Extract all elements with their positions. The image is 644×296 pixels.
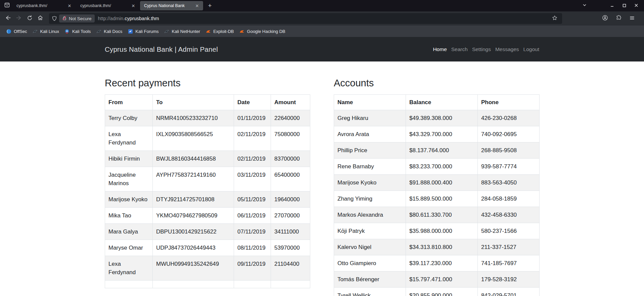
table-cell: BWJL88160344416858 [153, 151, 234, 167]
maximize-button[interactable] [620, 2, 628, 9]
table-cell: Kōji Patryk [334, 223, 406, 239]
table-cell: 05/11/2019 [234, 192, 271, 208]
insecure-lock-icon [62, 16, 67, 22]
table-cell: $35.988.000.000 [406, 223, 478, 239]
bookmark-kali-forums[interactable]: Kali Forums [125, 27, 161, 36]
close-window-button[interactable] [633, 2, 640, 9]
table-cell: Lexa Ferdynand [105, 256, 153, 281]
bookmark-kali-nethunter[interactable]: Kali NetHunter [162, 27, 203, 36]
site-title: Cyprus National Bank | Admin Panel [105, 45, 218, 53]
recent-payments-table: From To Date Amount Terry ColbyNRMR41005… [105, 94, 310, 288]
table-cell: Rene Barnaby [334, 159, 406, 175]
table-cell: 268-885-9508 [478, 142, 540, 159]
table-cell: AYPH77583721419160 [153, 167, 234, 192]
kali-forums-favicon [128, 29, 133, 34]
accounts-title: Accounts [334, 77, 539, 89]
table-cell: Marijose Kyoko [105, 192, 153, 208]
table-cell: 22640000 [271, 110, 310, 126]
bookmark-exploit-db[interactable]: Exploit-DB [203, 27, 236, 36]
list-all-tabs-button[interactable] [580, 1, 590, 10]
nav-link-home[interactable]: Home [433, 46, 447, 52]
recent-payments-title: Recent payments [105, 77, 310, 89]
table-cell: $39.117.230.000 [406, 255, 478, 271]
site-security-chip[interactable]: Not Secure [59, 14, 95, 23]
tab-close-icon[interactable]: ✕ [66, 2, 73, 9]
table-cell: 07/11/2019 [234, 224, 271, 240]
account-button[interactable] [600, 13, 610, 24]
nav-link-search[interactable]: Search [451, 46, 468, 52]
bookmark-label: Kali Forums [135, 29, 158, 34]
table-cell: IXLX09035808566525 [153, 126, 234, 151]
reload-icon [27, 15, 33, 22]
forward-button[interactable] [13, 13, 24, 24]
browser-tab[interactable]: cyprusbank.thm/ ✕ [12, 1, 76, 10]
table-row: Avrora Arata$43.329.700.000740-092-0695 [334, 126, 540, 142]
table-row: Tyrell Wellick$20.855.900.000842-029-570… [334, 288, 540, 296]
table-cell: Zhang Yiming [334, 191, 406, 207]
column-header-phone: Phone [478, 95, 540, 110]
browser-tab[interactable]: cyprusbank.thm/ ✕ [76, 1, 139, 10]
table-row: Terry ColbyNRMR4100523323271001/11/20192… [105, 110, 310, 126]
column-header-name: Name [334, 95, 406, 110]
table-cell: Terry Colby [105, 110, 153, 126]
home-button[interactable] [35, 13, 46, 24]
bookmark-offsec[interactable]: OffSec [3, 27, 30, 36]
table-cell: UDPJ84737026449443 [153, 240, 234, 256]
table-cell: Mara Galya [105, 224, 153, 240]
bookmark-google-hacking-db[interactable]: Google Hacking DB [237, 27, 288, 36]
table-cell: 53970000 [271, 240, 310, 256]
table-cell: 02/11/2019 [234, 126, 271, 151]
reload-button[interactable] [24, 13, 35, 24]
table-cell: 426-230-0268 [478, 110, 540, 126]
firefox-view-icon [4, 2, 10, 9]
nav-link-messages[interactable]: Messages [495, 46, 519, 52]
table-row: Marijose Kyoko$91.888.000.400883-563-405… [334, 175, 540, 191]
table-cell: Otto Giampiero [334, 255, 406, 271]
url-bar[interactable]: Not Secure http://admin.cyprusbank.thm [49, 13, 562, 24]
table-row: Mara GalyaDBPU1300142921562207/11/201934… [105, 224, 310, 240]
table-row: Mika TaoYKMO4079462798050906/11/20192707… [105, 208, 310, 224]
table-cell: 83700000 [271, 151, 310, 167]
firefox-view-button[interactable] [2, 1, 12, 10]
bookmark-star-button[interactable] [550, 14, 559, 23]
url-text: http://admin.cyprusbank.thm [98, 16, 550, 21]
tab-close-icon[interactable]: ✕ [194, 2, 200, 9]
new-tab-button[interactable]: + [205, 1, 215, 10]
bookmark-kali-linux[interactable]: Kali Linux [30, 27, 62, 36]
table-cell [153, 281, 234, 288]
table-cell: $91.888.000.400 [406, 175, 478, 191]
nav-link-logout[interactable]: Logout [523, 46, 539, 52]
table-cell: $83.233.700.000 [406, 159, 478, 175]
table-cell: 284-058-1859 [478, 191, 540, 207]
app-menu-button[interactable] [627, 13, 637, 24]
table-cell: 06/11/2019 [234, 208, 271, 224]
browser-tab-active[interactable]: Cyprus National Bank ✕ [140, 1, 203, 10]
kali-tools-favicon [64, 29, 70, 34]
column-header-amount: Amount [271, 95, 310, 110]
table-row: Kōji Patryk$35.988.000.000580-237-1566 [334, 223, 540, 239]
nav-link-settings[interactable]: Settings [472, 46, 491, 52]
page-content: Recent payments From To Date Amount Terr… [0, 61, 644, 296]
back-button[interactable] [3, 13, 13, 24]
table-cell: DBPU13001429215622 [153, 224, 234, 240]
table-cell: 740-092-0695 [478, 126, 540, 142]
bookmark-kali-docs[interactable]: Kali Docs [93, 27, 125, 36]
table-cell: 580-237-1566 [478, 223, 540, 239]
table-cell: 75080000 [271, 126, 310, 151]
bookmark-label: OffSec [14, 29, 27, 34]
extensions-button[interactable] [613, 13, 624, 24]
table-cell: MWUH09949135242649 [153, 256, 234, 281]
table-cell: $15.797.471.000 [406, 271, 478, 288]
table-cell: 02/11/2019 [234, 151, 271, 167]
bookmark-kali-tools[interactable]: Kali Tools [62, 27, 93, 36]
tab-close-icon[interactable]: ✕ [130, 2, 137, 9]
column-header-to: To [153, 95, 234, 110]
table-cell: 27070000 [271, 208, 310, 224]
back-icon [5, 15, 11, 22]
url-domain: cyprusbank.thm [125, 16, 159, 21]
minimize-button[interactable] [608, 2, 616, 9]
table-cell: $80.611.330.700 [406, 207, 478, 223]
account-icon [602, 15, 608, 22]
tracking-shield-icon[interactable] [52, 16, 57, 21]
table-cell: Tyrell Wellick [334, 288, 406, 296]
